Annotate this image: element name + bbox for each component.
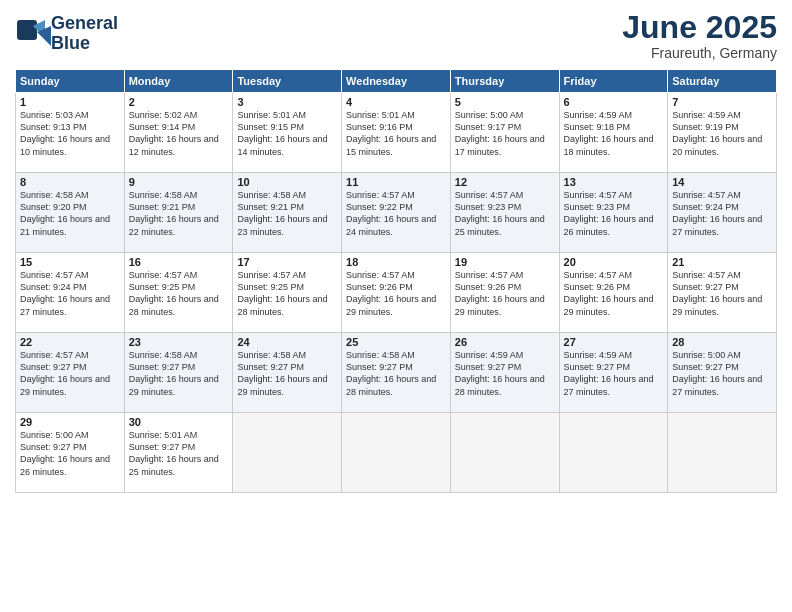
calendar-cell: 23 Sunrise: 4:58 AM Sunset: 9:27 PM Dayl…: [124, 333, 233, 413]
cell-info: Sunrise: 4:57 AM Sunset: 9:23 PM Dayligh…: [455, 189, 555, 238]
page-container: General Blue June 2025 Fraureuth, German…: [0, 0, 792, 612]
day-number: 21: [672, 256, 772, 268]
cell-info: Sunrise: 5:01 AM Sunset: 9:27 PM Dayligh…: [129, 429, 229, 478]
calendar-cell: [342, 413, 451, 493]
calendar-cell: 25 Sunrise: 4:58 AM Sunset: 9:27 PM Dayl…: [342, 333, 451, 413]
day-number: 7: [672, 96, 772, 108]
day-number: 13: [564, 176, 664, 188]
day-number: 5: [455, 96, 555, 108]
calendar-subtitle: Fraureuth, Germany: [622, 45, 777, 61]
cell-info: Sunrise: 5:00 AM Sunset: 9:27 PM Dayligh…: [20, 429, 120, 478]
calendar-title: June 2025: [622, 10, 777, 45]
day-number: 11: [346, 176, 446, 188]
day-number: 6: [564, 96, 664, 108]
day-number: 15: [20, 256, 120, 268]
calendar-cell: 8 Sunrise: 4:58 AM Sunset: 9:20 PM Dayli…: [16, 173, 125, 253]
cell-info: Sunrise: 4:59 AM Sunset: 9:27 PM Dayligh…: [455, 349, 555, 398]
calendar-cell: 7 Sunrise: 4:59 AM Sunset: 9:19 PM Dayli…: [668, 93, 777, 173]
logo-icon: [15, 18, 47, 50]
cell-info: Sunrise: 4:57 AM Sunset: 9:24 PM Dayligh…: [672, 189, 772, 238]
cell-info: Sunrise: 4:57 AM Sunset: 9:22 PM Dayligh…: [346, 189, 446, 238]
day-number: 14: [672, 176, 772, 188]
day-header-monday: Monday: [124, 70, 233, 93]
cell-info: Sunrise: 5:00 AM Sunset: 9:17 PM Dayligh…: [455, 109, 555, 158]
day-header-thursday: Thursday: [450, 70, 559, 93]
calendar-table: SundayMondayTuesdayWednesdayThursdayFrid…: [15, 69, 777, 493]
cell-info: Sunrise: 5:01 AM Sunset: 9:15 PM Dayligh…: [237, 109, 337, 158]
day-number: 4: [346, 96, 446, 108]
logo-text: General Blue: [51, 14, 118, 54]
cell-info: Sunrise: 4:57 AM Sunset: 9:26 PM Dayligh…: [455, 269, 555, 318]
day-number: 9: [129, 176, 229, 188]
calendar-cell: 15 Sunrise: 4:57 AM Sunset: 9:24 PM Dayl…: [16, 253, 125, 333]
day-number: 25: [346, 336, 446, 348]
calendar-cell: 22 Sunrise: 4:57 AM Sunset: 9:27 PM Dayl…: [16, 333, 125, 413]
logo: General Blue: [15, 14, 118, 54]
cell-info: Sunrise: 4:58 AM Sunset: 9:21 PM Dayligh…: [129, 189, 229, 238]
logo-line2: Blue: [51, 33, 90, 53]
cell-info: Sunrise: 4:57 AM Sunset: 9:24 PM Dayligh…: [20, 269, 120, 318]
cell-info: Sunrise: 5:03 AM Sunset: 9:13 PM Dayligh…: [20, 109, 120, 158]
cell-info: Sunrise: 4:57 AM Sunset: 9:27 PM Dayligh…: [20, 349, 120, 398]
day-number: 26: [455, 336, 555, 348]
calendar-cell: 1 Sunrise: 5:03 AM Sunset: 9:13 PM Dayli…: [16, 93, 125, 173]
calendar-cell: 17 Sunrise: 4:57 AM Sunset: 9:25 PM Dayl…: [233, 253, 342, 333]
day-number: 23: [129, 336, 229, 348]
calendar-cell: [450, 413, 559, 493]
title-area: June 2025 Fraureuth, Germany: [622, 10, 777, 61]
calendar-cell: 29 Sunrise: 5:00 AM Sunset: 9:27 PM Dayl…: [16, 413, 125, 493]
calendar-cell: 9 Sunrise: 4:58 AM Sunset: 9:21 PM Dayli…: [124, 173, 233, 253]
calendar-cell: 28 Sunrise: 5:00 AM Sunset: 9:27 PM Dayl…: [668, 333, 777, 413]
calendar-week-3: 15 Sunrise: 4:57 AM Sunset: 9:24 PM Dayl…: [16, 253, 777, 333]
calendar-cell: 3 Sunrise: 5:01 AM Sunset: 9:15 PM Dayli…: [233, 93, 342, 173]
day-number: 22: [20, 336, 120, 348]
calendar-cell: 19 Sunrise: 4:57 AM Sunset: 9:26 PM Dayl…: [450, 253, 559, 333]
cell-info: Sunrise: 4:57 AM Sunset: 9:23 PM Dayligh…: [564, 189, 664, 238]
calendar-cell: 26 Sunrise: 4:59 AM Sunset: 9:27 PM Dayl…: [450, 333, 559, 413]
day-header-tuesday: Tuesday: [233, 70, 342, 93]
calendar-cell: 13 Sunrise: 4:57 AM Sunset: 9:23 PM Dayl…: [559, 173, 668, 253]
calendar-cell: 24 Sunrise: 4:58 AM Sunset: 9:27 PM Dayl…: [233, 333, 342, 413]
day-number: 19: [455, 256, 555, 268]
calendar-cell: [233, 413, 342, 493]
calendar-cell: [559, 413, 668, 493]
day-number: 27: [564, 336, 664, 348]
page-header: General Blue June 2025 Fraureuth, German…: [15, 10, 777, 61]
day-number: 12: [455, 176, 555, 188]
calendar-cell: 6 Sunrise: 4:59 AM Sunset: 9:18 PM Dayli…: [559, 93, 668, 173]
cell-info: Sunrise: 5:00 AM Sunset: 9:27 PM Dayligh…: [672, 349, 772, 398]
day-number: 28: [672, 336, 772, 348]
day-number: 18: [346, 256, 446, 268]
cell-info: Sunrise: 4:57 AM Sunset: 9:25 PM Dayligh…: [129, 269, 229, 318]
svg-rect-0: [17, 20, 37, 40]
day-number: 3: [237, 96, 337, 108]
cell-info: Sunrise: 4:58 AM Sunset: 9:20 PM Dayligh…: [20, 189, 120, 238]
day-header-friday: Friday: [559, 70, 668, 93]
cell-info: Sunrise: 4:57 AM Sunset: 9:26 PM Dayligh…: [346, 269, 446, 318]
day-number: 1: [20, 96, 120, 108]
calendar-cell: 16 Sunrise: 4:57 AM Sunset: 9:25 PM Dayl…: [124, 253, 233, 333]
day-header-wednesday: Wednesday: [342, 70, 451, 93]
calendar-cell: 10 Sunrise: 4:58 AM Sunset: 9:21 PM Dayl…: [233, 173, 342, 253]
calendar-cell: 4 Sunrise: 5:01 AM Sunset: 9:16 PM Dayli…: [342, 93, 451, 173]
calendar-cell: 5 Sunrise: 5:00 AM Sunset: 9:17 PM Dayli…: [450, 93, 559, 173]
day-number: 24: [237, 336, 337, 348]
calendar-cell: 21 Sunrise: 4:57 AM Sunset: 9:27 PM Dayl…: [668, 253, 777, 333]
day-number: 20: [564, 256, 664, 268]
cell-info: Sunrise: 4:58 AM Sunset: 9:27 PM Dayligh…: [129, 349, 229, 398]
day-header-saturday: Saturday: [668, 70, 777, 93]
calendar-cell: 20 Sunrise: 4:57 AM Sunset: 9:26 PM Dayl…: [559, 253, 668, 333]
calendar-cell: 14 Sunrise: 4:57 AM Sunset: 9:24 PM Dayl…: [668, 173, 777, 253]
calendar-cell: 2 Sunrise: 5:02 AM Sunset: 9:14 PM Dayli…: [124, 93, 233, 173]
calendar-cell: 12 Sunrise: 4:57 AM Sunset: 9:23 PM Dayl…: [450, 173, 559, 253]
day-header-sunday: Sunday: [16, 70, 125, 93]
day-number: 8: [20, 176, 120, 188]
logo-line1: General: [51, 13, 118, 33]
day-number: 16: [129, 256, 229, 268]
day-number: 30: [129, 416, 229, 428]
calendar-cell: 30 Sunrise: 5:01 AM Sunset: 9:27 PM Dayl…: [124, 413, 233, 493]
cell-info: Sunrise: 4:57 AM Sunset: 9:26 PM Dayligh…: [564, 269, 664, 318]
cell-info: Sunrise: 4:59 AM Sunset: 9:19 PM Dayligh…: [672, 109, 772, 158]
calendar-cell: [668, 413, 777, 493]
cell-info: Sunrise: 4:58 AM Sunset: 9:27 PM Dayligh…: [346, 349, 446, 398]
